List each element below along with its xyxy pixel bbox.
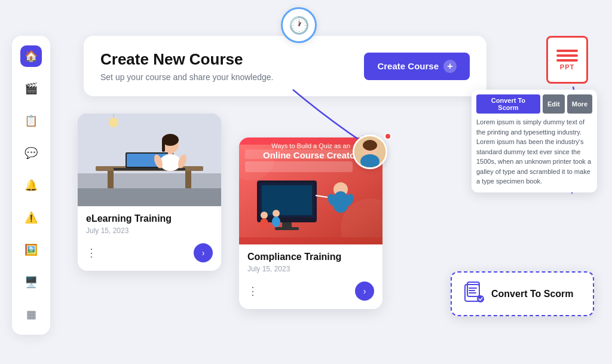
sidebar-item-home[interactable]: 🏠 <box>20 45 42 67</box>
svg-rect-11 <box>162 140 165 152</box>
avatar-image <box>354 136 385 167</box>
elearning-options-button[interactable]: ⋮ <box>86 247 98 258</box>
svg-point-13 <box>160 154 181 171</box>
svg-point-16 <box>109 118 118 127</box>
svg-point-40 <box>363 140 377 151</box>
elearning-arrow-button[interactable]: › <box>194 243 213 262</box>
scorm-card[interactable]: Convert To Scorm <box>451 271 594 316</box>
edit-popup-button[interactable]: Edit <box>543 94 565 114</box>
home-icon: 🏠 <box>25 50 38 63</box>
compliance-card-body: Compliance Training July 15, 2023 <box>239 244 382 282</box>
clock-icon: 🕐 <box>281 7 317 43</box>
scorm-icon <box>463 281 484 307</box>
svg-rect-27 <box>275 227 299 230</box>
svg-point-33 <box>261 212 268 219</box>
create-course-card: Create New Course Set up your course and… <box>84 36 486 96</box>
ppt-line-3 <box>556 59 578 62</box>
compliance-arrow-button[interactable]: › <box>355 282 374 301</box>
compliance-options-button[interactable]: ⋮ <box>247 286 259 296</box>
avatar-notification-dot <box>384 133 391 140</box>
ppt-lines <box>556 50 578 62</box>
create-course-button[interactable]: Create Course + <box>364 53 470 80</box>
sidebar: 🏠 🎬 📋 💬 🔔 ⚠️ 🖼️ 🖥️ ▦ <box>12 36 50 335</box>
right-arrow-icon-2: › <box>363 286 366 296</box>
ppt-label: PPT <box>560 63 574 71</box>
compliance-date: July 15, 2023 <box>247 265 374 273</box>
svg-rect-5 <box>185 171 191 195</box>
document-icon: 📋 <box>25 114 38 127</box>
popup-actions: Convert To Scorm Edit More <box>472 90 597 117</box>
sidebar-item-monitor[interactable]: 🖥️ <box>20 271 42 293</box>
chat-icon: 💬 <box>25 146 38 160</box>
elearning-card-footer: ⋮ › <box>78 243 221 271</box>
grid-icon: ▦ <box>26 308 36 321</box>
sidebar-item-bell[interactable]: 🔔 <box>20 175 42 196</box>
sidebar-item-chat[interactable]: 💬 <box>20 142 42 164</box>
scorm-svg-icon <box>463 281 484 302</box>
sidebar-item-alert[interactable]: ⚠️ <box>20 207 42 228</box>
plus-icon: + <box>443 60 457 73</box>
elearning-image <box>78 114 221 206</box>
course-card-elearning: eLearning Training July 15, 2023 ⋮ › <box>78 114 221 271</box>
compliance-card-footer: ⋮ › <box>239 282 382 309</box>
svg-point-36 <box>272 216 280 227</box>
svg-rect-25 <box>262 185 312 215</box>
sidebar-item-video[interactable]: 🎬 <box>20 78 42 99</box>
main-content: 🕐 Create New Course Set up your course a… <box>60 18 600 352</box>
svg-rect-26 <box>282 222 292 227</box>
convert-to-scorm-popup-button[interactable]: Convert To Scorm <box>476 94 540 114</box>
scorm-label: Convert To Scorm <box>491 289 574 299</box>
ppt-line-1 <box>556 50 578 52</box>
svg-point-34 <box>260 218 268 229</box>
monitor-icon: 🖥️ <box>25 276 38 289</box>
ppt-icon-inner: PPT <box>546 36 588 84</box>
video-icon: 🎬 <box>25 82 38 95</box>
sidebar-item-document[interactable]: 📋 <box>20 110 42 131</box>
svg-rect-4 <box>108 171 114 195</box>
sidebar-item-grid[interactable]: ▦ <box>20 304 42 325</box>
sidebar-item-image[interactable]: 🖼️ <box>20 239 42 261</box>
more-popup-button[interactable]: More <box>567 94 592 114</box>
create-course-button-label: Create Course <box>377 61 439 71</box>
ppt-icon: PPT <box>546 36 588 84</box>
svg-point-47 <box>477 295 484 302</box>
create-course-text: Create New Course Set up your course and… <box>100 50 274 82</box>
create-course-subtitle: Set up your course and share your knowle… <box>100 72 274 82</box>
content-popup: Convert To Scorm Edit More Lorem ipsum i… <box>472 90 597 192</box>
image-icon: 🖼️ <box>25 243 38 256</box>
elearning-thumbnail <box>78 114 221 206</box>
svg-point-35 <box>273 210 280 217</box>
compliance-title: Compliance Training <box>247 252 374 262</box>
create-course-title: Create New Course <box>100 50 274 69</box>
elearning-card-body: eLearning Training July 15, 2023 <box>78 206 221 243</box>
popup-body-text: Lorem ipsum is simply dummy text of the … <box>472 117 597 192</box>
bell-icon: 🔔 <box>25 179 38 192</box>
svg-rect-2 <box>78 173 221 206</box>
alert-icon: ⚠️ <box>25 211 38 224</box>
ppt-line-2 <box>556 54 578 57</box>
elearning-title: eLearning Training <box>86 213 213 224</box>
right-arrow-icon: › <box>202 248 205 258</box>
elearning-date: July 15, 2023 <box>86 227 213 235</box>
user-avatar <box>353 134 387 169</box>
